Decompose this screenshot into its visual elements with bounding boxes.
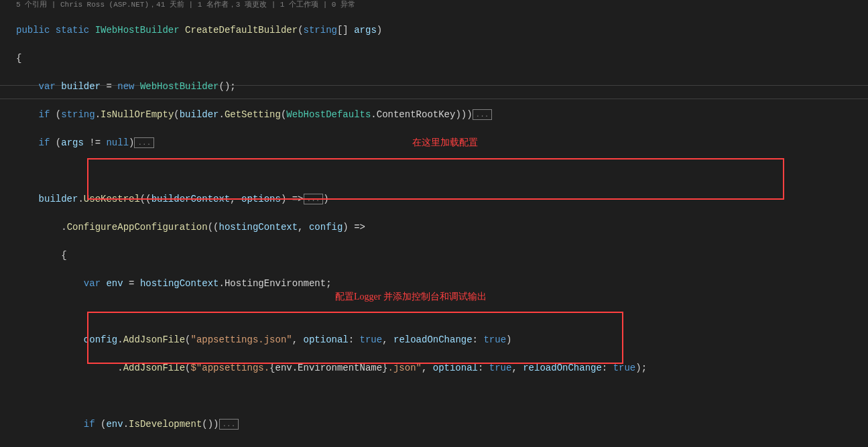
code-line[interactable]: var env = hostingContext.HostingEnvironm… <box>16 277 868 291</box>
param-args: args <box>354 25 377 36</box>
code-line[interactable]: .ConfigureAppConfiguration((hostingConte… <box>16 220 868 235</box>
folded-region[interactable]: ... <box>473 109 493 120</box>
keyword-var: var <box>39 81 56 92</box>
folded-region[interactable]: ... <box>304 194 324 204</box>
code-line[interactable] <box>16 305 868 319</box>
keyword-new: new <box>117 81 134 92</box>
code-line[interactable]: var builder = new WebHostBuilder(); <box>16 80 868 94</box>
method-CreateDefaultBuilder: CreateDefaultBuilder <box>185 25 298 36</box>
code-editor[interactable]: public static IWebHostBuilder CreateDefa… <box>0 9 868 447</box>
code-line[interactable]: if (args != null)... <box>16 136 868 150</box>
folded-region[interactable]: ... <box>219 419 239 430</box>
type-IWebHostBuilder: IWebHostBuilder <box>95 25 180 36</box>
code-line[interactable]: builder.UseKestrel((builderContext, opti… <box>16 192 868 206</box>
code-line[interactable] <box>16 389 868 403</box>
folded-region[interactable]: ... <box>134 137 154 148</box>
string-literal: "appsettings.json" <box>190 334 292 345</box>
code-line[interactable] <box>16 164 868 178</box>
code-line[interactable]: .AddJsonFile($"appsettings.{env.Environm… <box>16 361 868 375</box>
codelens-bar[interactable]: 5 个引用 | Chris Ross (ASP.NET)，41 天前 | 1 名… <box>0 0 868 9</box>
keyword-public: public <box>16 25 50 36</box>
code-line[interactable]: public static IWebHostBuilder CreateDefa… <box>16 23 868 38</box>
code-line[interactable]: if (env.IsDevelopment())... <box>16 418 868 432</box>
type-WebHostBuilder: WebHostBuilder <box>140 81 219 92</box>
code-line[interactable]: if (string.IsNullOrEmpty(builder.GetSett… <box>16 108 868 122</box>
code-line[interactable]: config.AddJsonFile("appsettings.json", o… <box>16 333 868 347</box>
code-line[interactable]: { <box>16 249 868 263</box>
keyword-static: static <box>56 25 89 36</box>
string-literal: $"appsettings. <box>190 363 269 373</box>
keyword-null: null <box>106 137 129 148</box>
keyword-string: string <box>304 25 337 36</box>
keyword-if: if <box>39 109 50 120</box>
code-line[interactable]: { <box>16 52 868 66</box>
